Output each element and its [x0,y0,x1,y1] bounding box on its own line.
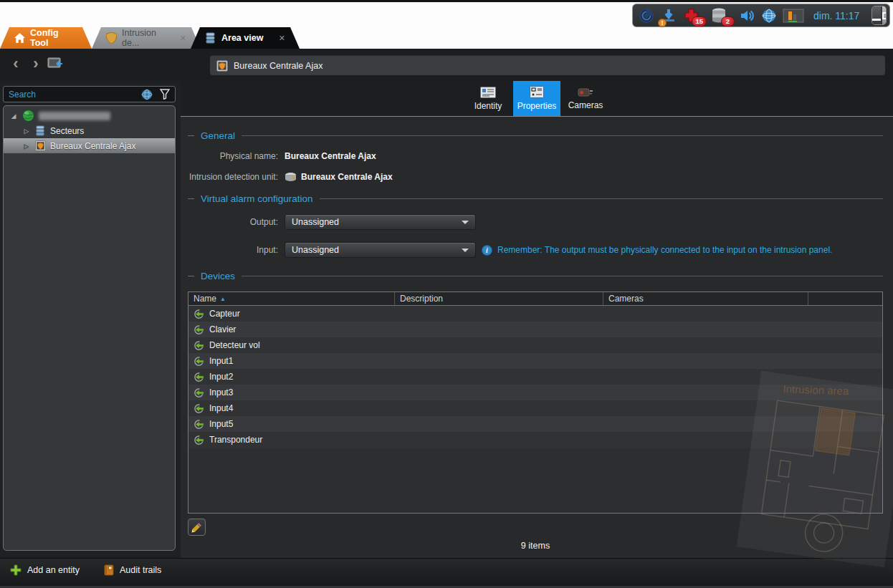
area-icon [35,125,46,136]
maximize-button[interactable] [882,6,887,24]
database-icon[interactable]: 2 [710,7,727,24]
intrusion-unit-icon [285,172,297,182]
pencil-icon [191,522,202,533]
filter-icon[interactable] [158,87,172,101]
plus-icon [10,564,22,576]
properties-content: General Physical name: Bureaux Centrale … [181,117,893,558]
svg-text:i: i [486,246,488,254]
database-count-badge: 2 [721,16,735,26]
device-row[interactable]: Detecteur vol [188,337,882,353]
column-header-description[interactable]: Description [395,292,603,305]
device-row[interactable]: Input2 [188,369,882,385]
tree-item-system-root[interactable]: ◢ [4,108,175,123]
devices-table-body: Capteur Clavier Detecteur vol [188,306,882,448]
tree-item-label: Secteurs [50,126,84,136]
section-devices: Devices [188,269,883,282]
intrusion-unit-row: Intrusion detection unit: Bureaux Centra… [188,170,883,183]
device-row[interactable]: Input5 [188,416,882,432]
area-tree: ◢ ▷ Secteurs ▷ Bureaux Centrale Ajax [3,105,176,551]
column-header-extra [808,292,882,305]
tab-area-view[interactable]: Area view ✕ [191,27,300,49]
intrusion-area-icon [216,60,228,72]
input-device-icon [194,419,204,430]
tab-intrusion-detection[interactable]: Intrusion de... ✕ [92,27,201,49]
output-row: Output: Unassigned [188,214,883,230]
device-name: Clavier [209,324,236,334]
book-icon [104,564,114,576]
tab-cameras[interactable]: Cameras [562,81,609,116]
camera-icon [578,87,593,97]
shield-icon [106,32,117,44]
tab-close-icon[interactable]: ✕ [180,34,186,43]
search-input[interactable] [9,90,136,100]
devices-table: Name ▲ Description Cameras [188,291,883,514]
device-row[interactable]: Input3 [188,385,882,400]
input-device-icon [194,356,204,367]
expander-open-icon[interactable]: ◢ [9,112,18,120]
device-row[interactable]: Clavier [188,322,882,337]
input-dropdown[interactable]: Unassigned [285,242,476,258]
search-box [3,86,176,102]
breadcrumb[interactable]: Bureaux Centrale Ajax [210,55,885,75]
device-name: Input3 [209,387,233,397]
navigation-bar: ‹ › Bureaux Centrale Ajax [0,49,893,81]
physical-name-value: Bureaux Centrale Ajax [285,151,376,161]
home-icon [14,33,25,43]
column-header-cameras[interactable]: Cameras [603,292,808,305]
add-entity-button[interactable]: Add an entity [10,564,80,576]
search-scope-globe-icon[interactable] [140,87,154,101]
health-icon[interactable]: 15 [682,7,699,24]
device-row[interactable]: Capteur [188,306,882,322]
activity-meter-icon[interactable] [783,7,804,24]
tree-item-bureaux-centrale-ajax[interactable]: ▷ Bureaux Centrale Ajax [4,138,175,153]
section-virtual-alarm: Virtual alarm configuration [188,192,883,205]
globe-network-icon[interactable] [760,7,778,24]
back-button[interactable]: ‹ [7,53,24,74]
section-general: General [188,129,883,142]
warning-badge: ! [658,19,667,27]
task-tab-bar: Config Tool Intrusion de... ✕ Area view … [0,27,893,49]
tree-item-label: Bureaux Centrale Ajax [50,141,135,151]
expander-closed-icon[interactable]: ▷ [22,127,31,135]
dropdown-arrow-icon [462,249,469,252]
redacted-root-label [39,112,110,120]
devices-table-header: Name ▲ Description Cameras [188,292,882,306]
tree-item-secteurs[interactable]: ▷ Secteurs [4,123,175,138]
device-name: Input2 [209,372,233,382]
device-row[interactable]: Transpondeur [188,432,882,448]
main-panel: Identity Properties Cameras General Phys… [181,81,893,558]
column-header-name[interactable]: Name ▲ [188,292,395,305]
expander-closed-icon[interactable]: ▷ [22,143,31,150]
device-name: Input1 [209,356,233,366]
intrusion-unit-value[interactable]: Bureaux Centrale Ajax [285,172,393,182]
forward-button[interactable]: › [27,53,44,74]
audit-trails-button[interactable]: Audit trails [104,564,161,576]
download-updates-icon[interactable]: ! [660,7,677,24]
output-dropdown[interactable]: Unassigned [285,214,476,230]
device-row[interactable]: Input1 [188,353,882,369]
tab-properties[interactable]: Properties [513,81,560,116]
info-note: i Remember: The output must be physicall… [482,245,832,256]
workspace: ◢ ▷ Secteurs ▷ Bureaux Centrale Ajax [0,81,893,558]
input-device-icon [194,435,204,445]
minimize-button[interactable] [872,6,881,24]
tab-close-icon[interactable]: ✕ [279,34,285,43]
title-bar: ! 15 2 dim. 11:17 ✕ [0,0,893,27]
system-tray: ! 15 2 dim. 11:17 ✕ [632,4,890,27]
physical-name-row: Physical name: Bureaux Centrale Ajax [188,150,883,163]
dropdown-arrow-icon [462,221,469,224]
health-count-badge: 15 [692,16,707,26]
device-row[interactable]: Input4 [188,400,882,416]
input-device-icon [194,372,204,382]
window-controls: ✕ [871,6,887,25]
speaker-icon[interactable] [738,7,755,24]
genetec-logo-icon[interactable] [638,7,655,24]
edit-device-button[interactable] [188,519,206,536]
tab-identity[interactable]: Identity [464,81,512,116]
tab-config-tool[interactable]: Config Tool [0,27,92,49]
system-globe-icon [22,110,34,122]
input-device-icon [194,387,204,398]
input-device-icon [194,324,204,335]
jump-to-entity-button[interactable] [47,57,63,70]
footer-bar: Add an entity Audit trails [0,558,893,588]
